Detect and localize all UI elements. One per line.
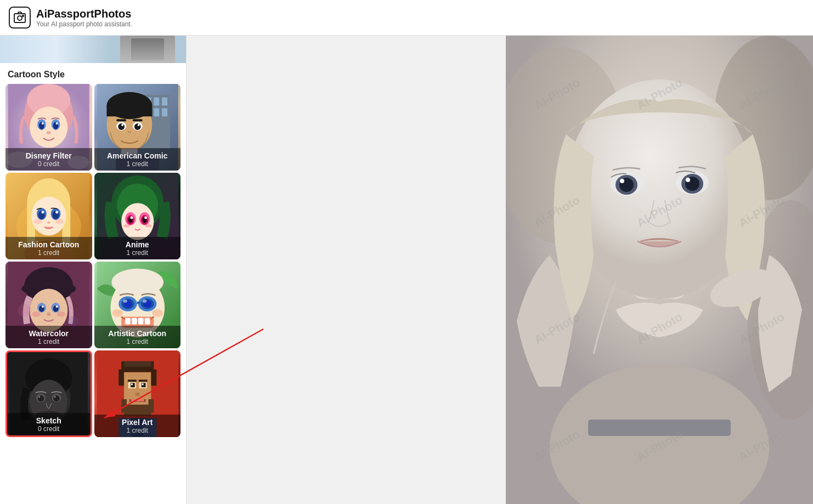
watercolor-credit: 1 credit [38,338,59,346]
app-name: AiPassportPhotos [36,8,132,20]
artistic-cartoon-name: Artistic Cartoon [108,329,166,338]
svg-rect-133 [142,383,143,385]
svg-point-31 [121,124,123,126]
filter-card-disney[interactable]: Disney Filter 0 credit [5,84,92,171]
svg-point-103 [152,309,163,317]
filter-card-watercolor[interactable]: Watercolor 1 credit [5,262,92,348]
svg-point-101 [111,269,163,296]
app-logo-icon [9,7,31,29]
app-tagline: Your AI passport photo assistant. [36,20,132,28]
filter-card-artistic-cartoon[interactable]: Artistic Cartoon 1 credit [94,262,181,348]
svg-point-47 [41,211,44,214]
svg-point-1 [18,16,22,20]
svg-point-69 [145,224,151,228]
svg-point-51 [55,219,64,224]
svg-point-83 [32,312,41,317]
svg-rect-132 [131,383,132,385]
svg-point-48 [55,211,58,214]
disney-filter-label: Disney Filter 0 credit [5,148,92,171]
american-comic-label: American Comic 1 credit [94,148,181,171]
svg-rect-120 [124,372,151,410]
app-header: AiPassportPhotos Your AI passport photo … [0,0,813,36]
anime-credit: 1 credit [127,249,148,257]
svg-point-32 [137,124,139,126]
svg-point-81 [18,304,31,317]
watercolor-label: Watercolor 1 credit [5,326,92,348]
sketch-name: Sketch [36,416,61,425]
svg-rect-97 [125,318,131,325]
svg-rect-135 [138,380,147,382]
pixel-art-credit: 1 credit [127,427,148,434]
watercolor-name: Watercolor [29,329,69,338]
section-title-cartoon-style: Cartoon Style [0,63,186,84]
american-comic-name: American Comic [107,151,167,160]
svg-rect-22 [154,108,159,116]
svg-rect-124 [124,361,151,367]
watermark-cell: AI-Photo [688,252,813,405]
svg-rect-100 [144,318,150,325]
american-comic-credit: 1 credit [127,160,148,168]
svg-point-11 [42,122,44,124]
svg-rect-123 [151,370,156,386]
svg-point-68 [123,224,130,228]
svg-point-113 [54,396,56,398]
filter-card-pixel-art[interactable]: Pixel Art 1 credit [94,350,181,437]
sidebar: Cartoon Style [0,36,187,504]
svg-rect-34 [132,119,142,121]
svg-point-112 [38,396,40,398]
watermark-grid: AI-Photo AI-Photo AI-Photo AI-Photo AI-P… [506,36,813,504]
fashion-cartoon-name: Fashion Cartoon [18,240,79,249]
svg-rect-23 [162,108,167,116]
anime-label: Anime 1 credit [94,237,181,259]
svg-rect-19 [154,98,159,106]
svg-point-67 [144,216,147,219]
svg-point-30 [134,123,140,130]
artistic-cartoon-label: Artistic Cartoon 1 credit [94,326,181,348]
svg-point-79 [56,305,58,308]
svg-rect-20 [162,98,167,106]
svg-rect-99 [138,318,143,325]
pixel-art-name: Pixel Art [122,418,153,427]
main-layout: Cartoon Style [0,36,813,504]
svg-rect-138 [131,399,144,401]
svg-point-80 [47,313,51,316]
svg-point-42 [31,196,66,235]
anime-name: Anime [126,240,149,249]
svg-point-2 [22,15,24,16]
svg-rect-122 [118,370,124,386]
filter-card-anime[interactable]: Anime 1 credit [94,173,181,259]
artistic-cartoon-credit: 1 credit [127,338,148,346]
disney-filter-credit: 0 credit [38,160,59,168]
svg-point-29 [118,123,125,130]
svg-point-82 [67,316,78,327]
svg-point-110 [38,395,44,401]
fashion-cartoon-label: Fashion Cartoon 1 credit [5,237,92,259]
filter-card-sketch[interactable]: Sketch 0 credit [5,350,92,437]
svg-point-12 [56,122,58,124]
svg-rect-26 [106,106,152,117]
sketch-credit: 0 credit [38,425,59,433]
svg-point-50 [33,219,42,224]
svg-rect-125 [124,405,151,416]
watermark-cell: AI-Photo [688,135,813,287]
svg-point-102 [112,309,123,317]
filter-grid: Disney Filter 0 credit [0,84,186,437]
filter-card-american-comic[interactable]: American Comic 1 credit [94,84,181,171]
sidebar-top-preview [0,36,186,63]
sketch-label: Sketch 0 credit [7,413,91,435]
svg-rect-89 [137,302,140,304]
filter-card-fashion-cartoon[interactable]: Fashion Cartoon 1 credit [5,173,92,259]
svg-rect-126 [121,399,127,413]
svg-point-66 [130,216,133,219]
svg-point-49 [47,222,50,224]
app-logo-text: AiPassportPhotos Your AI passport photo … [36,8,132,28]
svg-rect-33 [116,119,126,121]
main-image: AI-Photo AI-Photo AI-Photo AI-Photo AI-P… [506,36,813,504]
middle-panel [187,36,506,504]
right-panel: AI-Photo AI-Photo AI-Photo AI-Photo AI-P… [506,36,813,504]
svg-point-94 [123,299,127,303]
fashion-cartoon-credit: 1 credit [38,249,59,257]
svg-point-84 [57,312,66,317]
svg-rect-98 [131,318,137,325]
svg-point-6 [30,106,67,148]
